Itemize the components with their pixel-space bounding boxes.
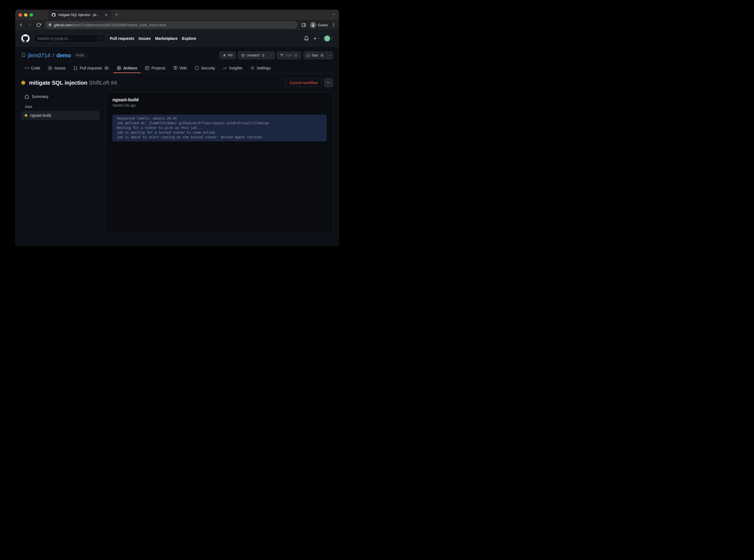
sidebar-summary[interactable]: Summary [21, 92, 99, 101]
tabs-overflow-icon[interactable] [332, 13, 336, 17]
tab-security[interactable]: Security [191, 64, 218, 73]
panel-icon[interactable] [301, 23, 306, 27]
kebab-icon [326, 81, 331, 85]
tab-actions[interactable]: Actions [114, 64, 141, 73]
address-bar: github.com/jlem0714/demo/runs/6575025508… [15, 20, 339, 30]
svg-point-16 [327, 82, 328, 83]
repo-owner-link[interactable]: jlem0714 [28, 52, 51, 59]
main-body: Summary Jobs ngsast-build ngsast-build S… [15, 92, 339, 233]
job-log[interactable]: Requested labels: ubuntu-20.04 Job defin… [112, 115, 326, 141]
svg-rect-12 [145, 66, 149, 70]
svg-point-17 [328, 82, 329, 83]
repo-actions: Pin Unwatch 1 Fork 0 [219, 52, 333, 59]
url-input[interactable]: github.com/jlem0714/demo/runs/6575025508… [45, 21, 298, 29]
tab-settings[interactable]: Settings [247, 64, 274, 73]
svg-point-2 [313, 23, 314, 25]
new-tab-button[interactable]: + [115, 12, 118, 18]
create-menu[interactable] [313, 37, 320, 40]
nav-explore[interactable]: Explore [182, 36, 196, 41]
log-line: Requested labels: ubuntu-20.04 [117, 117, 177, 120]
svg-point-18 [330, 82, 331, 83]
cancel-workflow-button[interactable]: Cancel workflow [285, 79, 322, 87]
unwatch-button[interactable]: Unwatch 1 [238, 52, 269, 59]
pin-button[interactable]: Pin [219, 52, 236, 59]
window-minimize[interactable] [24, 13, 27, 17]
star-dropdown[interactable] [327, 52, 333, 59]
browser-tab[interactable]: mitigate SQL injection · jlem07 ✕ [48, 10, 111, 20]
fork-icon [280, 54, 284, 57]
star-icon [306, 54, 310, 57]
unwatch-dropdown[interactable] [269, 52, 275, 59]
svg-point-15 [252, 67, 253, 69]
projects-icon [145, 66, 150, 70]
nav-marketplace[interactable]: Marketplace [155, 36, 178, 41]
tab-issues[interactable]: Issues [44, 64, 68, 73]
url-text: github.com/jlem0714/demo/runs/6575025508… [54, 23, 166, 27]
primary-nav: Pull requests Issues Marketplace Explore [110, 36, 196, 41]
nav-pull-requests[interactable]: Pull requests [110, 36, 134, 41]
site-header: Search or jump to... / Pull requests Iss… [15, 30, 339, 47]
notifications-icon[interactable] [304, 36, 309, 41]
path-separator: / [53, 52, 54, 59]
slash-key-icon: / [97, 36, 102, 41]
repo-header: jlem0714 / demo Public Pin Unwatch 1 [15, 47, 339, 73]
sidebar-job-ngsast-build[interactable]: ngsast-build [21, 111, 99, 120]
repo-name-link[interactable]: demo [57, 52, 71, 59]
guest-avatar-icon [310, 22, 316, 28]
back-button[interactable] [19, 22, 23, 27]
shield-icon [195, 66, 199, 70]
tab-projects[interactable]: Projects [142, 64, 169, 73]
forward-button[interactable] [27, 22, 33, 27]
tab-pull-requests[interactable]: Pull requests 1 [70, 64, 112, 73]
log-line: Waiting for a runner to pick up this job… [117, 126, 203, 130]
status-dot-pending-icon [25, 114, 27, 117]
star-button[interactable]: Star 0 [303, 52, 327, 59]
svg-point-4 [333, 25, 334, 25]
nav-issues[interactable]: Issues [139, 36, 151, 41]
run-title: mitigate SQL injection ShiftLeft #4 [29, 80, 117, 86]
fork-button[interactable]: Fork 0 [277, 52, 301, 59]
gear-icon [250, 66, 255, 70]
svg-point-3 [333, 23, 334, 24]
run-more-menu[interactable] [324, 78, 333, 87]
log-line: Job is about to start running on the hos… [117, 135, 263, 139]
pin-icon [222, 54, 226, 57]
svg-point-8 [74, 66, 75, 67]
svg-point-7 [49, 67, 51, 68]
tab-wiki[interactable]: Wiki [170, 64, 190, 73]
browser-window: mitigate SQL injection · jlem07 ✕ + gith… [15, 10, 339, 246]
lock-icon [48, 23, 52, 27]
home-icon [25, 94, 29, 99]
log-line: Job is waiting for a hosted runner to co… [117, 131, 217, 135]
tab-close-icon[interactable]: ✕ [105, 13, 108, 17]
window-close[interactable] [19, 13, 22, 17]
status-dot-pending-icon [21, 81, 25, 85]
profile-chip[interactable]: Guest [310, 22, 328, 28]
svg-rect-0 [302, 23, 305, 26]
issue-icon [48, 66, 52, 70]
job-title: ngsast-build [112, 97, 326, 102]
code-icon [25, 66, 29, 70]
repo-tabs: Code Issues Pull requests 1 Actions Proj… [21, 64, 333, 73]
wiki-icon [173, 66, 178, 70]
header-right [304, 35, 333, 41]
browser-menu-icon[interactable] [331, 23, 336, 27]
job-started: Started 14s ago [112, 103, 326, 107]
user-menu[interactable] [324, 35, 333, 41]
tab-code[interactable]: Code [21, 64, 43, 73]
jobs-heading: Jobs [21, 101, 99, 111]
github-icon [52, 13, 56, 17]
search-input[interactable]: Search or jump to... / [34, 34, 105, 43]
guest-label: Guest [318, 23, 328, 27]
svg-point-10 [76, 69, 77, 70]
repo-breadcrumb: jlem0714 / demo Public [21, 52, 87, 59]
tab-insights[interactable]: Insights [219, 64, 246, 73]
graph-icon [223, 66, 227, 70]
search-placeholder: Search or jump to... [37, 36, 71, 41]
addr-right: Guest [301, 22, 336, 28]
github-logo-icon[interactable] [21, 34, 29, 43]
reload-button[interactable] [36, 23, 41, 27]
window-maximize[interactable] [29, 13, 33, 17]
job-panel: ngsast-build Started 14s ago Requested l… [106, 92, 333, 233]
run-header-row: mitigate SQL injection ShiftLeft #4 Canc… [15, 73, 339, 92]
